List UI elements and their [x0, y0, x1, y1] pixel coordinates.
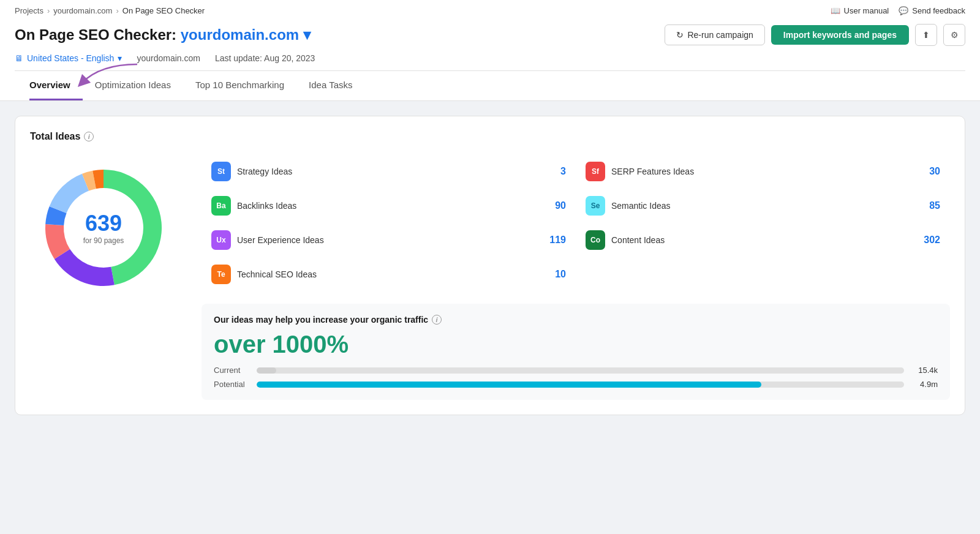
idea-count: 90	[541, 200, 566, 211]
current-label: Current	[214, 366, 251, 375]
location-button[interactable]: 🖥 United States - English ▾	[15, 53, 122, 63]
traffic-title: Our ideas may help you increase your org…	[214, 315, 938, 325]
idea-badge: Sf	[586, 162, 605, 181]
breadcrumb-domain[interactable]: yourdomain.com	[53, 6, 112, 15]
meta-domain: yourdomain.com	[137, 53, 200, 63]
info-icon[interactable]: i	[84, 132, 94, 141]
traffic-percent: over 1000%	[214, 331, 938, 358]
chat-icon: 💬	[899, 6, 908, 15]
import-button[interactable]: Import keywords and pages	[771, 25, 909, 45]
idea-count: 3	[541, 166, 566, 177]
donut-number: 639	[83, 211, 124, 236]
upload-icon: ⬆	[922, 30, 930, 40]
title-row: On Page SEO Checker: yourdomain.com ▾ ↻ …	[15, 19, 965, 53]
right-panel: StStrategy Ideas3BaBacklinks Ideas90UxUs…	[202, 154, 950, 400]
domain-link[interactable]: yourdomain.com ▾	[181, 26, 311, 43]
idea-row-user-experience-ideas[interactable]: UxUser Experience Ideas119	[202, 223, 576, 257]
donut-chart: 639 for 90 pages	[30, 154, 177, 301]
last-update: Last update: Aug 20, 2023	[215, 53, 315, 63]
breadcrumb-projects[interactable]: Projects	[15, 6, 43, 15]
user-manual-link[interactable]: 📖 User manual	[831, 6, 889, 15]
export-button[interactable]: ⬆	[915, 24, 937, 46]
potential-bar-track	[257, 382, 904, 388]
idea-count: 10	[541, 269, 566, 280]
tab-optimization-ideas[interactable]: Optimization Ideas	[83, 71, 183, 100]
idea-badge: Se	[586, 196, 605, 216]
current-bar-track	[257, 367, 904, 374]
idea-name: Semantic Ideas	[611, 201, 910, 211]
idea-badge: Co	[586, 230, 605, 250]
ideas-grid: StStrategy Ideas3BaBacklinks Ideas90UxUs…	[202, 154, 950, 291]
dropdown-icon: ▾	[118, 53, 122, 63]
gear-icon: ⚙	[951, 30, 959, 40]
main-content: Total Ideas i 639 for 90 pages StStrateg…	[0, 101, 980, 430]
idea-name: Technical SEO Ideas	[237, 269, 535, 279]
idea-name: User Experience Ideas	[237, 235, 535, 245]
idea-row-serp-features-ideas[interactable]: SfSERP Features Ideas30	[576, 154, 950, 189]
idea-count: 85	[916, 200, 940, 211]
settings-button[interactable]: ⚙	[943, 24, 965, 46]
page-title: On Page SEO Checker: yourdomain.com ▾	[15, 26, 311, 43]
send-feedback-button[interactable]: 💬 Send feedback	[899, 6, 965, 15]
breadcrumb-current: On Page SEO Checker	[123, 6, 205, 15]
idea-badge: Ba	[211, 196, 231, 216]
idea-count: 30	[916, 166, 940, 177]
traffic-box: Our ideas may help you increase your org…	[202, 304, 950, 400]
idea-badge: Ux	[211, 230, 231, 250]
ideas-left-col: StStrategy Ideas3BaBacklinks Ideas90UxUs…	[202, 154, 576, 291]
potential-label: Potential	[214, 380, 251, 389]
idea-name: Backlinks Ideas	[237, 201, 535, 211]
breadcrumb-sep-2: ›	[116, 6, 118, 15]
idea-row-backlinks-ideas[interactable]: BaBacklinks Ideas90	[202, 189, 576, 223]
overview-body: 639 for 90 pages StStrategy Ideas3BaBack…	[30, 154, 950, 400]
top-actions: 📖 User manual 💬 Send feedback	[831, 6, 965, 15]
current-bar-row: Current 15.4k	[214, 366, 938, 375]
current-bar-fill	[257, 367, 276, 374]
idea-row-content-ideas[interactable]: CoContent Ideas302	[576, 223, 950, 257]
monitor-icon: 🖥	[15, 53, 23, 63]
idea-badge: Te	[211, 265, 231, 284]
total-ideas-card: Total Ideas i 639 for 90 pages StStrateg…	[15, 116, 965, 415]
potential-bar-fill	[257, 382, 761, 388]
idea-row-technical-seo-ideas[interactable]: TeTechnical SEO Ideas10	[202, 257, 576, 291]
title-actions: ↻ Re-run campaign Import keywords and pa…	[665, 24, 965, 46]
tab-overview[interactable]: Overview	[29, 71, 83, 100]
idea-name: Strategy Ideas	[237, 167, 535, 176]
refresh-icon: ↻	[676, 30, 684, 40]
tab-top-10-benchmarking[interactable]: Top 10 Benchmarking	[183, 71, 296, 100]
book-icon: 📖	[831, 6, 840, 15]
donut-label: for 90 pages	[83, 236, 124, 245]
idea-name: Content Ideas	[611, 235, 910, 245]
idea-row-strategy-ideas[interactable]: StStrategy Ideas3	[202, 154, 576, 189]
rerun-button[interactable]: ↻ Re-run campaign	[665, 24, 764, 45]
tab-idea-tasks[interactable]: Idea Tasks	[296, 71, 364, 100]
potential-value: 4.9m	[910, 380, 938, 389]
tabs-row: OverviewOptimization IdeasTop 10 Benchma…	[15, 70, 965, 100]
card-header: Total Ideas i	[30, 131, 950, 142]
idea-count: 302	[916, 235, 940, 246]
tabs-arrow-wrapper: OverviewOptimization IdeasTop 10 Benchma…	[15, 70, 965, 100]
traffic-bars: Current 15.4k Potential 4.9m	[214, 366, 938, 389]
potential-bar-row: Potential 4.9m	[214, 380, 938, 389]
idea-name: SERP Features Ideas	[611, 167, 910, 176]
breadcrumb-sep-1: ›	[47, 6, 50, 15]
traffic-info-icon[interactable]: i	[432, 315, 442, 325]
current-value: 15.4k	[910, 366, 938, 375]
ideas-right-col: SfSERP Features Ideas30SeSemantic Ideas8…	[576, 154, 950, 291]
breadcrumb: Projects › yourdomain.com › On Page SEO …	[15, 6, 205, 15]
idea-badge: St	[211, 162, 231, 181]
idea-row-semantic-ideas[interactable]: SeSemantic Ideas85	[576, 189, 950, 223]
meta-row: 🖥 United States - English ▾ yourdomain.c…	[15, 53, 965, 70]
donut-center: 639 for 90 pages	[83, 211, 124, 245]
idea-count: 119	[541, 235, 566, 246]
